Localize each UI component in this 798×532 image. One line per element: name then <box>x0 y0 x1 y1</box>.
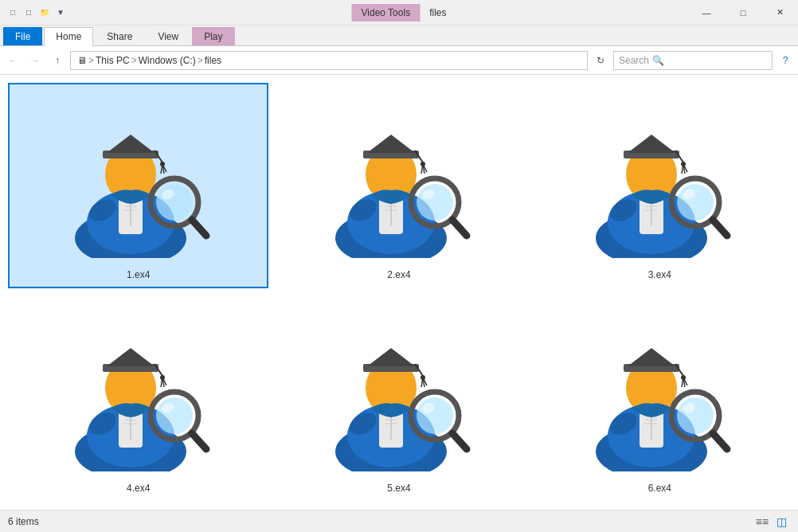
file-item[interactable]: 3.ex4 <box>530 83 790 288</box>
file-icon <box>311 91 487 266</box>
svg-line-82 <box>192 433 206 449</box>
main-area: 1.ex4 2.ex4 <box>0 75 798 510</box>
svg-line-40 <box>452 220 467 236</box>
svg-point-80 <box>156 397 193 434</box>
folder-icon: 📁 <box>38 6 51 19</box>
search-icon: 🔍 <box>652 55 664 66</box>
svg-point-17 <box>156 184 193 221</box>
refresh-button[interactable]: ↻ <box>591 51 610 70</box>
file-icon <box>311 304 487 479</box>
svg-marker-115 <box>628 348 675 366</box>
title-bar: □ □ 📁 ▼ Video Tools files — □ ✕ <box>0 0 798 25</box>
close-button[interactable]: ✕ <box>761 0 798 25</box>
up-button[interactable]: ↑ <box>48 51 67 70</box>
file-name: 3.ex4 <box>648 269 671 280</box>
file-item[interactable]: 2.ex4 <box>268 83 529 288</box>
svg-marker-31 <box>367 135 415 153</box>
view-controls: ≡≡ ◫ <box>753 513 790 530</box>
svg-line-103 <box>452 433 467 449</box>
title-bar-controls: — □ ✕ <box>688 0 798 25</box>
back-button[interactable]: ← <box>3 51 22 70</box>
svg-point-59 <box>677 184 714 221</box>
crumb-files: files <box>205 55 221 66</box>
tab-play[interactable]: Play <box>192 27 234 45</box>
blank-icon: □ <box>6 6 19 19</box>
arrow-icon: ▼ <box>54 6 67 19</box>
title-text: Video Tools files <box>352 4 447 22</box>
blank2-icon: □ <box>22 6 35 19</box>
file-name: 5.ex4 <box>387 483 410 494</box>
svg-marker-94 <box>367 348 415 366</box>
file-name: 1.ex4 <box>127 269 150 280</box>
search-label: Search <box>619 55 649 66</box>
file-name: 6.ex4 <box>648 483 671 494</box>
file-icon <box>51 304 226 479</box>
ribbon-tabs: File Home Share View Play <box>0 25 798 46</box>
video-tools-tab-label: Video Tools <box>352 4 421 22</box>
window-title: files <box>429 7 446 18</box>
file-icon <box>51 91 226 266</box>
item-count: 6 items <box>8 516 39 527</box>
file-name: 2.ex4 <box>387 269 410 280</box>
address-path[interactable]: 🖥 > This PC > Windows (C:) > files <box>70 51 588 70</box>
crumb-windows: Windows (C:) <box>139 55 196 66</box>
minimize-button[interactable]: — <box>688 0 725 25</box>
svg-marker-10 <box>107 135 155 153</box>
svg-line-124 <box>713 433 727 449</box>
file-item[interactable]: 5.ex4 <box>268 296 529 502</box>
search-box[interactable]: Search 🔍 <box>613 51 773 70</box>
address-bar: ← → ↑ 🖥 > This PC > Windows (C:) > files… <box>0 46 798 75</box>
svg-line-19 <box>192 220 206 236</box>
file-icon <box>572 91 747 266</box>
file-item[interactable]: 6.ex4 <box>530 296 790 502</box>
forward-button[interactable]: → <box>25 51 45 70</box>
list-view-button[interactable]: ≡≡ <box>753 513 771 530</box>
help-button[interactable]: ? <box>776 51 795 70</box>
svg-point-122 <box>677 397 714 434</box>
file-icon <box>572 304 747 479</box>
svg-marker-52 <box>628 135 675 153</box>
tab-share[interactable]: Share <box>95 27 144 45</box>
title-bar-icons: □ □ 📁 ▼ <box>0 6 73 19</box>
file-name: 4.ex4 <box>127 483 150 494</box>
svg-line-61 <box>713 220 727 236</box>
tab-file[interactable]: File <box>3 27 42 45</box>
address-icon: 🖥 <box>77 55 87 66</box>
svg-point-38 <box>417 184 453 221</box>
maximize-button[interactable]: □ <box>725 0 761 25</box>
file-grid: 1.ex4 2.ex4 <box>0 75 798 510</box>
svg-point-101 <box>417 397 453 434</box>
grid-view-button[interactable]: ◫ <box>773 513 790 530</box>
file-item[interactable]: 4.ex4 <box>8 296 268 502</box>
crumb-this-pc: This PC <box>96 55 130 66</box>
file-item[interactable]: 1.ex4 <box>8 83 268 288</box>
status-bar: 6 items ≡≡ ◫ <box>0 510 798 532</box>
tab-home[interactable]: Home <box>44 27 93 46</box>
tab-view[interactable]: View <box>146 27 190 45</box>
svg-marker-73 <box>107 348 155 366</box>
